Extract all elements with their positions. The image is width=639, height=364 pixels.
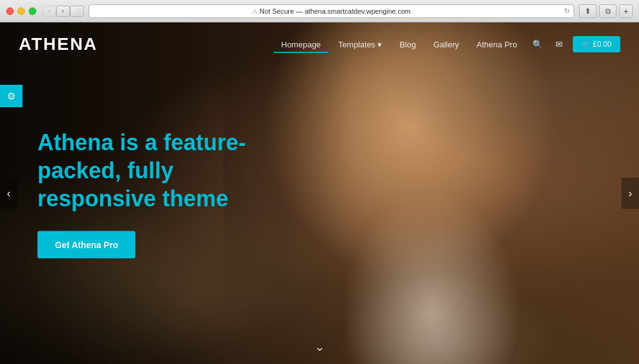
website: ⚙ ATHENA Homepage Templates ▾ Blog Galle… <box>0 22 639 364</box>
hero-content: Athena is a feature-packed, fully respon… <box>37 128 275 259</box>
cta-button[interactable]: Get Athena Pro <box>37 231 135 259</box>
site-header: ATHENA Homepage Templates ▾ Blog Gallery… <box>0 22 639 66</box>
nav-blog[interactable]: Blog <box>392 36 423 53</box>
carousel-prev-button[interactable]: ‹ <box>0 178 17 209</box>
hero-necklace-detail <box>320 262 575 364</box>
duplicate-button[interactable]: ⧉ <box>599 4 617 18</box>
window-button[interactable]: ⬜ <box>70 6 84 17</box>
minimize-button[interactable] <box>17 7 25 15</box>
nav-gallery[interactable]: Gallery <box>426 36 466 53</box>
nav-templates[interactable]: Templates ▾ <box>331 36 389 53</box>
traffic-lights <box>6 7 36 15</box>
hero-title: Athena is a feature-packed, fully respon… <box>37 128 275 213</box>
browser-actions: ⬆ ⧉ + <box>579 4 633 18</box>
back-button[interactable]: ‹ <box>42 6 56 17</box>
hero-title-end: theme <box>156 186 228 211</box>
email-icon[interactable]: ✉ <box>550 36 568 53</box>
fullscreen-button[interactable] <box>29 7 36 15</box>
settings-button[interactable]: ⚙ <box>0 85 22 107</box>
share-button[interactable]: ⬆ <box>579 4 597 18</box>
address-text: Not Secure — athena.smartcatdev.wpengine… <box>260 7 411 15</box>
site-logo: ATHENA <box>19 34 98 54</box>
nav-athena-pro[interactable]: Athena Pro <box>469 36 525 53</box>
cart-icon: 🛒 <box>582 40 593 49</box>
add-tab-button[interactable]: + <box>619 4 633 18</box>
chevron-right-icon: › <box>628 187 632 200</box>
address-bar[interactable]: ⚠ Not Secure — athena.smartcatdev.wpengi… <box>89 4 574 18</box>
gear-icon: ⚙ <box>7 90 16 102</box>
carousel-next-button[interactable]: › <box>622 178 639 209</box>
forward-button[interactable]: › <box>56 6 70 17</box>
scroll-down-button[interactable]: ⌄ <box>315 339 325 354</box>
lock-icon: ⚠ <box>252 8 257 14</box>
search-icon[interactable]: 🔍 <box>527 36 548 53</box>
nav-homepage[interactable]: Homepage <box>274 36 329 53</box>
chevron-down-icon: ▾ <box>378 40 382 49</box>
close-button[interactable] <box>6 7 14 15</box>
cart-button[interactable]: 🛒 £0.00 <box>573 36 620 52</box>
chevron-down-scroll-icon: ⌄ <box>315 340 325 353</box>
refresh-icon[interactable]: ↻ <box>564 7 570 15</box>
browser-chrome: ‹ › ⬜ ⚠ Not Secure — athena.smartcatdev.… <box>0 0 639 22</box>
chevron-left-icon: ‹ <box>7 187 11 200</box>
site-nav: Homepage Templates ▾ Blog Gallery Athena… <box>274 36 621 53</box>
